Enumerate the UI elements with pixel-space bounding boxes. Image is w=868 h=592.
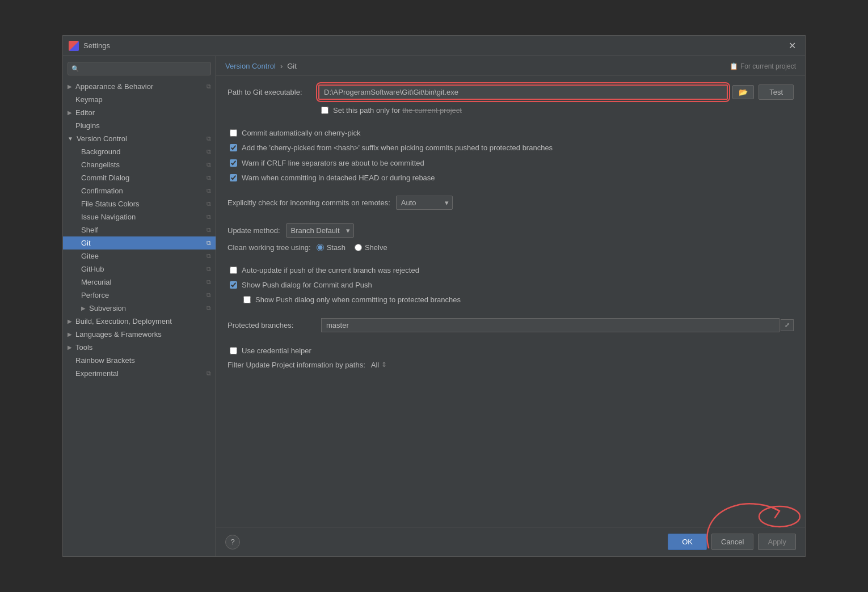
arrow-icon: ▶ [68, 344, 72, 350]
sidebar-item-perforce[interactable]: Perforce ⧉ [63, 289, 216, 302]
sidebar-item-version-control[interactable]: ▼ Version Control ⧉ [63, 132, 216, 145]
sidebar-item-label: Build, Execution, Deployment [75, 317, 172, 325]
git-path-input[interactable] [318, 84, 728, 100]
detached-checkbox-row: Warn when committing in detached HEAD or… [227, 173, 794, 183]
sidebar-item-label: Plugins [75, 121, 100, 130]
sidebar-item-label: Keymap [75, 95, 103, 104]
copy-icon: ⧉ [207, 278, 211, 286]
expand-button[interactable]: ⤢ [781, 319, 794, 331]
browse-button[interactable]: 📂 [732, 85, 754, 99]
copy-icon: ⧉ [207, 148, 211, 155]
dialog-title: Settings [83, 41, 110, 50]
sidebar-item-changelists[interactable]: Changelists ⧉ [63, 158, 216, 171]
sidebar-item-shelf[interactable]: Shelf ⧉ [63, 223, 216, 236]
sidebar-item-github[interactable]: GitHub ⧉ [63, 263, 216, 276]
radio-stash-label[interactable]: Stash [317, 243, 345, 252]
sidebar-item-appearance[interactable]: ▶ Appearance & Behavior ⧉ [63, 80, 216, 93]
filter-arrows-icon[interactable]: ⇕ [381, 361, 387, 369]
sidebar-item-editor[interactable]: ▶ Editor [63, 106, 216, 119]
sidebar-item-gitee[interactable]: Gitee ⧉ [63, 250, 216, 263]
cancel-button[interactable]: Cancel [711, 534, 753, 550]
auto-update-checkbox[interactable] [230, 267, 237, 274]
sidebar-item-commit-dialog[interactable]: Commit Dialog ⧉ [63, 171, 216, 184]
breadcrumb-separator: › [280, 62, 283, 70]
crlf-label: Warn if CRLF line separators are about t… [242, 158, 424, 168]
sidebar-item-label: Background [81, 147, 120, 156]
arrow-icon: ▶ [68, 318, 72, 324]
sidebar-item-issue-navigation[interactable]: Issue Navigation ⧉ [63, 210, 216, 223]
sidebar-item-label: Shelf [81, 226, 98, 234]
git-path-container: 📂 Test [318, 84, 794, 100]
sidebar-item-label: Commit Dialog [81, 174, 129, 182]
sidebar-item-tools[interactable]: ▶ Tools [63, 341, 216, 354]
sidebar-item-rainbow-brackets[interactable]: Rainbow Brackets [63, 354, 216, 367]
search-input[interactable] [68, 62, 211, 75]
auto-update-label: Auto-update if push of the current branc… [242, 265, 419, 276]
auto-update-checkbox-row: Auto-update if push of the current branc… [227, 265, 794, 276]
arrow-down-icon: ▼ [68, 136, 73, 142]
sidebar-item-plugins[interactable]: Plugins [63, 119, 216, 132]
radio-shelve-label[interactable]: Shelve [355, 243, 387, 252]
copy-icon: ⧉ [207, 174, 211, 181]
copy-icon: ⧉ [207, 187, 211, 194]
set-path-checkbox[interactable] [321, 107, 328, 114]
sidebar-item-experimental[interactable]: Experimental ⧉ [63, 367, 216, 380]
radio-stash[interactable] [317, 244, 324, 251]
for-project-label: For current project [740, 62, 796, 70]
settings-dialog: Settings ✕ 🔍 ▶ Appearance & Behavior ⧉ K… [62, 35, 806, 557]
test-button[interactable]: Test [759, 84, 794, 100]
crlf-checkbox[interactable] [230, 159, 237, 167]
filter-label: Filter Update Project information by pat… [227, 361, 365, 369]
detached-checkbox[interactable] [230, 174, 237, 181]
incoming-commits-select[interactable]: Auto Always Never [396, 196, 453, 210]
sidebar-item-keymap[interactable]: Keymap [63, 93, 216, 106]
sidebar-item-subversion[interactable]: ▶ Subversion ⧉ [63, 302, 216, 315]
copy-icon: ⧉ [207, 213, 211, 221]
update-method-label: Update method: [227, 226, 280, 235]
breadcrumb-parent[interactable]: Version Control [225, 62, 276, 70]
help-button[interactable]: ? [225, 535, 240, 549]
show-push-protected-checkbox[interactable] [243, 296, 251, 303]
content-area: Path to Git executable: 📂 Test Set [216, 75, 805, 527]
credential-label: Use credential helper [242, 346, 311, 356]
sidebar-item-label: Experimental [75, 369, 119, 378]
credential-checkbox[interactable] [230, 347, 237, 354]
sidebar-item-background[interactable]: Background ⧉ [63, 145, 216, 158]
update-method-select[interactable]: Branch Default Merge Rebase [286, 223, 354, 238]
sidebar-item-mercurial[interactable]: Mercurial ⧉ [63, 276, 216, 289]
copy-icon: ⧉ [207, 370, 211, 377]
close-button[interactable]: ✕ [785, 39, 799, 52]
apply-button[interactable]: Apply [758, 534, 796, 550]
show-push-protected-checkbox-row: Show Push dialog only when committing to… [227, 295, 794, 305]
show-push-checkbox-row: Show Push dialog for Commit and Push [227, 280, 794, 290]
sidebar-item-label: Rainbow Brackets [75, 356, 135, 365]
sidebar-item-file-status-colors[interactable]: File Status Colors ⧉ [63, 197, 216, 210]
sidebar-item-git[interactable]: Git ⧉ [63, 236, 216, 250]
cherry-pick-label: Commit automatically on cherry-pick [242, 128, 361, 138]
copy-icon: ⧉ [207, 161, 211, 168]
ok-button[interactable]: OK [668, 534, 707, 550]
sidebar-search-container: 🔍 [68, 62, 211, 75]
arrow-icon: ▶ [68, 109, 72, 116]
bottom-bar: ? OK Cancel Apply [216, 527, 805, 556]
sidebar-item-label: Languages & Frameworks [75, 330, 162, 339]
sidebar-item-languages-frameworks[interactable]: ▶ Languages & Frameworks [63, 328, 216, 341]
show-push-checkbox[interactable] [230, 281, 237, 289]
copy-icon: ⧉ [207, 83, 211, 90]
sidebar-item-confirmation[interactable]: Confirmation ⧉ [63, 184, 216, 197]
cherry-suffix-checkbox[interactable] [230, 144, 237, 151]
sidebar-item-build-execution[interactable]: ▶ Build, Execution, Deployment [63, 315, 216, 328]
app-icon [69, 41, 79, 51]
sidebar-item-label: Tools [75, 343, 92, 352]
arrow-icon: ▶ [68, 331, 72, 337]
copy-icon: ⧉ [207, 291, 211, 299]
cherry-pick-checkbox[interactable] [230, 129, 237, 137]
credential-checkbox-row: Use credential helper [227, 346, 794, 356]
protected-branches-input[interactable] [321, 318, 779, 332]
sidebar-item-label: Changelists [81, 160, 120, 169]
copy-icon: ⧉ [207, 239, 211, 247]
sidebar: 🔍 ▶ Appearance & Behavior ⧉ Keymap ▶ Edi… [63, 56, 216, 556]
radio-shelve[interactable] [355, 244, 362, 251]
filter-row: Filter Update Project information by pat… [227, 361, 794, 369]
sidebar-item-label: Perforce [81, 291, 109, 299]
